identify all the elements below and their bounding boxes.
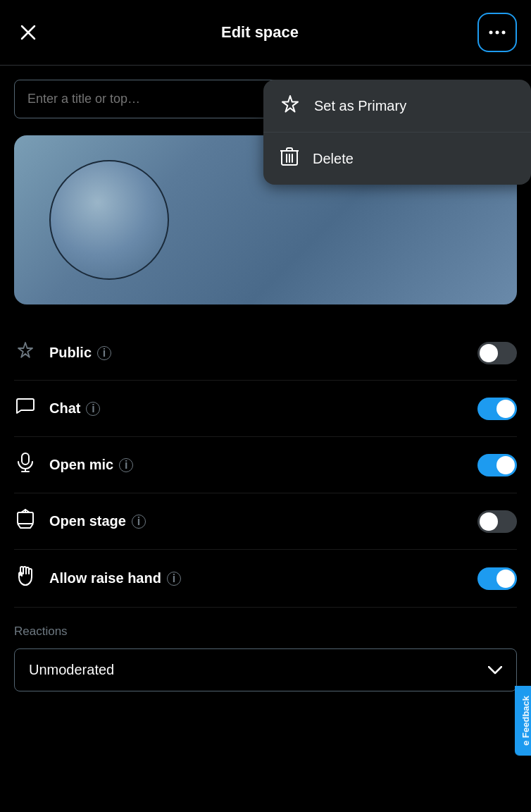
chat-toggle-thumb xyxy=(496,400,515,418)
avatar-circle xyxy=(49,160,169,280)
svg-point-3 xyxy=(495,31,499,35)
raise-hand-setting-row: Allow raise hand i xyxy=(14,550,517,608)
open-stage-setting-left: Open stage i xyxy=(14,509,146,534)
mic-icon xyxy=(14,453,37,477)
public-label: Public i xyxy=(49,345,111,361)
open-stage-toggle[interactable] xyxy=(477,510,517,533)
chat-toggle[interactable] xyxy=(477,398,517,420)
chevron-down-icon xyxy=(488,662,502,678)
raise-hand-setting-left: Allow raise hand i xyxy=(14,565,181,591)
raise-hand-label: Allow raise hand i xyxy=(49,570,181,586)
star-icon xyxy=(280,94,300,118)
feedback-tab[interactable]: e Feedback xyxy=(515,686,531,756)
reactions-label: Reactions xyxy=(14,625,517,639)
set-primary-menu-item[interactable]: Set as Primary xyxy=(263,80,531,133)
main-content: Set as Primary Delete xyxy=(0,66,531,304)
open-mic-label: Open mic i xyxy=(49,457,133,473)
reactions-value: Unmoderated xyxy=(29,662,114,678)
open-mic-setting-row: Open mic i xyxy=(14,437,517,493)
open-mic-toggle-thumb xyxy=(496,456,515,474)
close-button[interactable] xyxy=(14,18,42,47)
open-stage-label: Open stage i xyxy=(49,513,146,529)
open-stage-toggle-thumb xyxy=(480,512,498,531)
reactions-dropdown[interactable]: Unmoderated xyxy=(14,648,517,691)
chat-setting-row: Chat i xyxy=(14,381,517,437)
open-mic-setting-left: Open mic i xyxy=(14,453,133,477)
public-info-icon[interactable]: i xyxy=(97,346,111,360)
page-title: Edit space xyxy=(221,23,299,42)
svg-point-4 xyxy=(501,31,505,35)
more-options-button[interactable] xyxy=(477,13,517,52)
open-stage-info-icon[interactable]: i xyxy=(132,515,146,529)
close-icon xyxy=(20,25,36,40)
set-primary-label: Set as Primary xyxy=(314,98,406,114)
raise-hand-info-icon[interactable]: i xyxy=(167,572,181,586)
delete-menu-item[interactable]: Delete xyxy=(263,133,531,185)
svg-rect-13 xyxy=(18,512,33,524)
trash-icon xyxy=(280,147,299,171)
chat-setting-left: Chat i xyxy=(14,396,100,421)
raise-hand-toggle[interactable] xyxy=(477,567,517,590)
open-mic-toggle[interactable] xyxy=(477,454,517,476)
more-dots-icon xyxy=(489,30,506,35)
public-setting-row: Public i xyxy=(14,326,517,381)
public-toggle[interactable] xyxy=(477,342,517,364)
settings-section: Public i Chat i xyxy=(0,326,531,608)
svg-rect-10 xyxy=(22,453,29,465)
chat-info-icon[interactable]: i xyxy=(86,402,100,416)
chat-icon xyxy=(14,396,37,421)
open-stage-setting-row: Open stage i xyxy=(14,493,517,550)
raise-hand-toggle-thumb xyxy=(496,570,515,588)
header: Edit space xyxy=(0,0,531,65)
dropdown-menu: Set as Primary Delete xyxy=(263,80,531,185)
stage-icon xyxy=(14,509,37,534)
public-star-icon xyxy=(14,341,37,364)
chat-label: Chat i xyxy=(49,400,100,417)
svg-point-2 xyxy=(489,31,492,35)
open-mic-info-icon[interactable]: i xyxy=(119,458,133,472)
delete-label: Delete xyxy=(313,151,354,167)
reactions-section: Reactions Unmoderated xyxy=(0,608,531,691)
public-toggle-thumb xyxy=(480,344,498,362)
hand-icon xyxy=(14,565,37,591)
public-setting-left: Public i xyxy=(14,341,111,364)
